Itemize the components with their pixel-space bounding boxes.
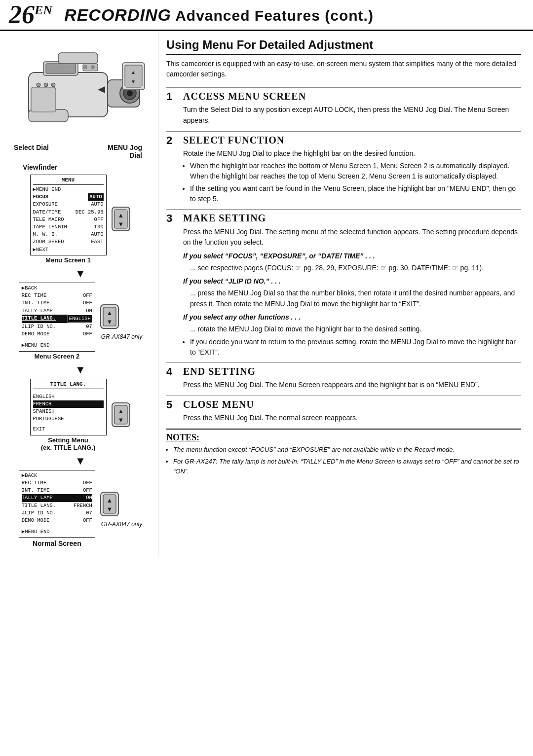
svg-text:▼: ▼: [106, 318, 113, 325]
menu-screen-1-box: MENU ▶MENU END FOCUSAUTO EXPOSUREAUTO DA…: [30, 175, 107, 255]
svg-point-4: [127, 90, 133, 96]
right-column: Using Menu For Detailed Adjustment This …: [158, 31, 533, 557]
notes-title: NOTES:: [166, 432, 521, 443]
svg-text:▲: ▲: [117, 212, 124, 219]
svg-point-11: [37, 83, 40, 87]
normal-screen-box: ▶BACK REC TIMEOFF INT. TIMEOFF TALLY LAM…: [19, 470, 95, 538]
menu-screen-2-label: Menu Screen 2: [34, 353, 79, 360]
step-5-title: Close Menu: [183, 399, 254, 410]
setting-menu-label: Setting Menu (ex. TITLE LANG.): [41, 436, 96, 451]
step-3-sub-3-bullet: If you decide you want to return to the …: [190, 337, 521, 358]
svg-text:▼: ▼: [117, 416, 124, 424]
notes-list: The menu function except “FOCUS” and “EX…: [173, 445, 521, 476]
section-main-title: Using Menu For Detailed Adjustment: [166, 38, 521, 55]
step-2-bullet-2: If the setting you want can't be found i…: [190, 183, 521, 204]
svg-text:▼: ▼: [106, 505, 113, 513]
svg-point-8: [83, 65, 87, 69]
setting-menu-row: TITLE LANG. ENGLISH FRENCH SPANISH PORTU…: [8, 379, 153, 452]
step-2-body: Rotate the MENU Jog Dial to place the hi…: [183, 148, 521, 205]
left-column: ▲ ▼ Select Dial MENU Jog Dial Viewfinder…: [0, 31, 158, 557]
gr-label-1: GR-AX847 only: [101, 333, 142, 340]
menu-jog-dial-label: MENU Jog Dial: [108, 144, 142, 159]
select-dial-label: Select Dial: [14, 144, 108, 158]
step-2-section: 2 Select Function Rotate the MENU Jog Di…: [166, 131, 521, 205]
step-2-bullet-1: When the highlight bar reaches the botto…: [190, 161, 521, 181]
page-title: RECORDING Advanced Features (cont.): [64, 5, 374, 25]
step-3-body: Press the MENU Jog Dial. The setting men…: [183, 227, 521, 358]
intro-text: This camcorder is equipped with an easy-…: [166, 59, 521, 79]
svg-text:▼: ▼: [131, 79, 136, 84]
step-1-title: Access Menu Screen: [183, 91, 306, 102]
step-2-number: 2: [166, 135, 180, 146]
svg-text:▲: ▲: [117, 407, 124, 415]
jog-icon-2: ▲ ▼: [99, 303, 120, 331]
step-2-title: Select Function: [183, 135, 284, 145]
svg-text:▲: ▲: [106, 309, 113, 317]
svg-rect-6: [46, 64, 76, 73]
page-header: 26EN RECORDING Advanced Features (cont.): [0, 0, 533, 31]
menu-screen-1-row: MENU ▶MENU END FOCUSAUTO EXPOSUREAUTO DA…: [8, 175, 153, 265]
svg-text:▲: ▲: [106, 497, 113, 504]
menu-screen-1-col: MENU ▶MENU END FOCUSAUTO EXPOSUREAUTO DA…: [30, 175, 107, 265]
normal-screen-row: ▶BACK REC TIMEOFF INT. TIMEOFF TALLY LAM…: [8, 470, 153, 549]
svg-rect-10: [58, 53, 98, 64]
step-3-sub-3: If you select any other functions . . . …: [183, 312, 521, 357]
menu-screen-2-row: ▶BACK REC TIMEOFF INT. TIMEOFF TALLY LAM…: [8, 283, 153, 361]
step-2-bullets: When the highlight bar reaches the botto…: [190, 161, 521, 204]
viewfinder-label: Viewfinder: [23, 163, 58, 171]
step-5-body: Press the MENU Jog Dial. The normal scre…: [183, 413, 521, 424]
step-3-sub-2: If you select “JLIP ID NO.” . . . ... pr…: [183, 276, 521, 309]
svg-rect-16: [31, 87, 56, 112]
svg-text:▲: ▲: [131, 70, 136, 75]
gr-label-2: GR-AX847 only: [101, 521, 142, 528]
jog-icon-1: ▲ ▼: [111, 206, 131, 234]
step-4-body: Press the MENU Jog Dial. The Menu Screen…: [183, 380, 521, 391]
normal-screen-col: ▶BACK REC TIMEOFF INT. TIMEOFF TALLY LAM…: [19, 470, 95, 549]
setting-menu-box: TITLE LANG. ENGLISH FRENCH SPANISH PORTU…: [30, 379, 107, 435]
camcorder-illustration: ▲ ▼: [14, 38, 147, 142]
jog-icon-4: ▲ ▼: [99, 491, 120, 519]
note-1: The menu function except “FOCUS” and “EX…: [173, 445, 521, 455]
arrow-down-2: ▼: [75, 364, 86, 375]
step-4-number: 4: [166, 366, 180, 378]
arrow-down-1: ▼: [75, 268, 86, 279]
step-5-number: 5: [166, 399, 180, 411]
svg-text:▼: ▼: [117, 220, 124, 228]
step-3-title: Make Setting: [183, 213, 266, 223]
notes-section: NOTES: The menu function except “FOCUS” …: [166, 429, 521, 476]
step-1-body: Turn the Select Dial to any position exc…: [183, 105, 521, 126]
menu-screen-1-label: Menu Screen 1: [45, 256, 91, 264]
page-number: 26EN: [9, 2, 52, 28]
menu-screen-2-col: ▶BACK REC TIMEOFF INT. TIMEOFF TALLY LAM…: [19, 283, 95, 361]
arrow-down-3: ▼: [75, 456, 86, 467]
normal-screen-label: Normal Screen: [33, 540, 81, 547]
note-2: For GR-AX247: The tally lamp is not buil…: [173, 457, 521, 476]
step-5-section: 5 Close Menu Press the MENU Jog Dial. Th…: [166, 396, 521, 424]
step-4-title: End Setting: [183, 366, 256, 377]
step-3-section: 3 Make Setting Press the MENU Jog Dial. …: [166, 209, 521, 357]
step-1-section: 1 Access Menu Screen Turn the Select Dia…: [166, 87, 521, 126]
svg-point-12: [44, 83, 48, 87]
step-4-section: 4 End Setting Press the MENU Jog Dial. T…: [166, 362, 521, 391]
menu-screen-2-box: ▶BACK REC TIMEOFF INT. TIMEOFF TALLY LAM…: [19, 283, 95, 352]
step-1-number: 1: [166, 91, 180, 103]
svg-point-9: [91, 65, 95, 69]
jog-icon-3: ▲ ▼: [111, 401, 131, 430]
main-layout: ▲ ▼ Select Dial MENU Jog Dial Viewfinder…: [0, 31, 533, 557]
setting-menu-col: TITLE LANG. ENGLISH FRENCH SPANISH PORTU…: [30, 379, 107, 452]
step-3-number: 3: [166, 213, 180, 224]
step-3-sub-1: If you select “FOCUS”, “EXPOSURE”, or “D…: [183, 251, 521, 273]
svg-point-13: [51, 83, 55, 87]
